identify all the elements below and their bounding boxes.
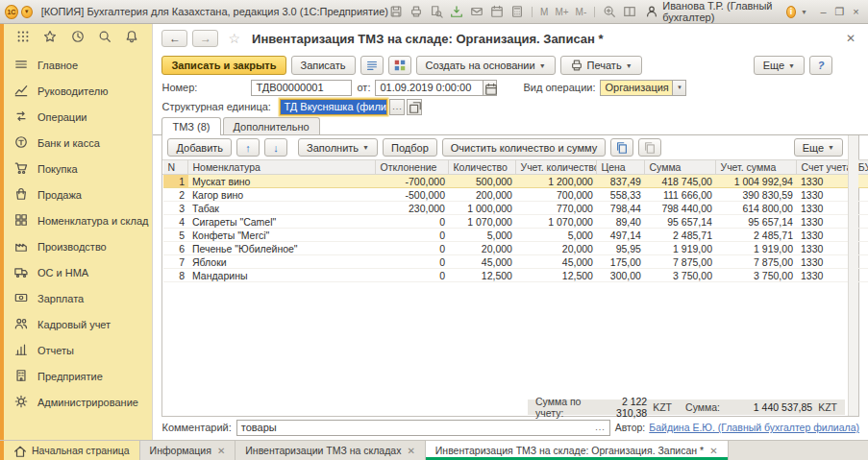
dtkt-button[interactable] <box>388 56 411 75</box>
chevron-down-icon[interactable]: ▼ <box>672 80 686 96</box>
cell-price[interactable]: 497,14 <box>597 229 645 242</box>
titlebar-caret-icon[interactable]: ▼ <box>801 9 807 15</box>
cell-n[interactable]: 6 <box>163 242 188 255</box>
cell-name[interactable]: Яблоки <box>188 255 376 269</box>
cell-acc_qty[interactable]: 45,000 <box>516 255 597 269</box>
history-clock-icon[interactable] <box>71 30 86 44</box>
cell-acc_qty[interactable]: 1 200,000 <box>516 175 597 188</box>
apps-grid-icon[interactable] <box>16 30 31 44</box>
import-icon[interactable] <box>449 5 464 18</box>
calendar-icon[interactable] <box>483 80 497 96</box>
cell-price[interactable]: 837,49 <box>597 175 645 188</box>
cell-acc_qty[interactable]: 1 070,000 <box>516 215 597 229</box>
cell-n[interactable]: 4 <box>163 215 188 229</box>
sidebar-item-nomenklatura-i-sklad[interactable]: Номенклатура и склад <box>4 207 152 233</box>
cell-acc_sum[interactable]: 390 830,59 <box>716 188 797 202</box>
forward-button[interactable]: → <box>192 30 218 47</box>
col-n[interactable]: N <box>163 160 188 175</box>
copy-rows-button[interactable] <box>610 138 633 157</box>
print-button[interactable]: Печать▼ <box>560 56 642 75</box>
sidebar-item-otchety[interactable]: Отчеты <box>4 337 152 363</box>
favorites-star-icon[interactable] <box>43 30 58 44</box>
app-menu-button[interactable]: ▼ <box>21 6 33 18</box>
table-scrollbar[interactable] <box>848 135 858 416</box>
sidebar-item-operacii[interactable]: Операции <box>4 104 152 130</box>
cell-acc_sum[interactable]: 3 750,00 <box>716 269 797 282</box>
zoom-icon[interactable] <box>602 5 617 18</box>
cell-qty[interactable]: 5,000 <box>449 229 516 242</box>
cell-n[interactable]: 1 <box>163 175 188 188</box>
cell-acc_sum[interactable]: 7 875,00 <box>716 255 797 269</box>
export-icon[interactable] <box>469 5 484 18</box>
col-nomenclature[interactable]: Номенклатура <box>188 160 376 175</box>
cell-acc_sum[interactable]: 1 919,00 <box>716 242 797 255</box>
cell-acc_qty[interactable]: 5,000 <box>516 229 597 242</box>
cell-deviation[interactable]: -700,000 <box>376 175 449 188</box>
table-row[interactable]: 6Печенье "Юбилейное"020,00020,00095,951 … <box>163 242 868 255</box>
sidebar-item-bank-i-kassa[interactable]: Банк и касса <box>4 130 152 156</box>
cell-n[interactable]: 8 <box>163 269 188 282</box>
cell-name[interactable]: Табак <box>188 202 376 215</box>
favorite-star-icon[interactable]: ☆ <box>228 31 240 46</box>
cell-sum[interactable]: 1 919,00 <box>645 242 716 255</box>
sidebar-item-zarplata[interactable]: Зарплата <box>4 285 152 311</box>
cell-name[interactable]: Сигареты "Camel" <box>188 215 376 229</box>
sidebar-item-administrirovanie[interactable]: Администрирование <box>4 389 152 415</box>
comment-field[interactable]: товары ... <box>236 420 610 436</box>
sidebar-item-predpriyatie[interactable]: Предприятие <box>4 363 152 389</box>
memory-button-m+[interactable]: M+ <box>554 7 569 17</box>
structural-unit-field[interactable]: ТД Вкусняшка (филиал "ТД Лакоми <box>280 99 387 115</box>
cell-sum[interactable]: 111 666,00 <box>645 188 716 202</box>
cell-price[interactable]: 95,95 <box>597 242 645 255</box>
print-icon[interactable] <box>409 5 424 18</box>
form-close-icon[interactable]: ✕ <box>842 32 859 45</box>
cell-price[interactable]: 89,40 <box>597 215 645 229</box>
cell-sum[interactable]: 3 750,00 <box>645 269 716 282</box>
col-deviation[interactable]: Отклонение <box>376 160 449 175</box>
cell-qty[interactable]: 1 000,000 <box>449 202 516 215</box>
date-field[interactable]: 01.09.2019 0:00:00 <box>375 80 497 96</box>
col-quantity[interactable]: Количество <box>449 160 516 175</box>
cell-deviation[interactable]: 0 <box>376 255 449 269</box>
table-row[interactable]: 2Кагор вино-500,000200,000700,000558,331… <box>163 188 868 202</box>
fill-button[interactable]: Заполнить▼ <box>298 138 378 157</box>
memory-button-m-[interactable]: M- <box>575 7 588 17</box>
show-register-button[interactable] <box>360 56 384 75</box>
taskbar-tab-2[interactable]: Инвентаризации ТМЗ на складах✕ <box>236 441 426 460</box>
cell-n[interactable]: 2 <box>163 188 188 202</box>
add-row-button[interactable]: Добавить <box>167 138 232 157</box>
taskbar-tab-3[interactable]: Инвентаризация ТМЗ на складе: Организаци… <box>426 441 729 460</box>
cell-price[interactable]: 300,00 <box>597 269 645 282</box>
unit-choose-button[interactable]: ... <box>389 99 405 115</box>
sidebar-item-proizvodstvo[interactable]: Производство <box>4 233 152 259</box>
author-link[interactable]: Байдина Е.Ю. (Главный бухгалтер филиала) <box>649 422 859 433</box>
sidebar-item-rukovoditelyu[interactable]: Руководителю <box>4 78 152 104</box>
memory-button-m[interactable]: M <box>539 7 549 17</box>
cell-qty[interactable]: 12,500 <box>449 269 516 282</box>
cell-qty[interactable]: 200,000 <box>449 188 516 202</box>
cell-qty[interactable]: 45,000 <box>449 255 516 269</box>
taskbar-tab-0[interactable]: Начальная страница <box>0 441 140 460</box>
more-button[interactable]: Еще▼ <box>754 56 805 75</box>
save-and-close-button[interactable]: Записать и закрыть <box>161 56 285 75</box>
sidebar-item-kadrovyj-uchet[interactable]: Кадровый учет <box>4 311 152 337</box>
table-row[interactable]: 3Табак230,0001 000,000770,000798,44798 4… <box>163 202 868 215</box>
cell-acc_qty[interactable]: 700,000 <box>516 188 597 202</box>
sidebar-item-prodazha[interactable]: Продажа <box>4 182 152 207</box>
sidebar-item-pokupka[interactable]: Покупка <box>4 156 152 182</box>
cell-acc_sum[interactable]: 1 004 992,94 <box>716 175 797 188</box>
col-price[interactable]: Цена <box>597 160 645 175</box>
cell-deviation[interactable]: -500,000 <box>376 188 449 202</box>
cell-acc_sum[interactable]: 2 485,71 <box>716 229 797 242</box>
help-button[interactable]: ? <box>809 56 832 75</box>
restore-button[interactable]: ❐ <box>832 6 847 18</box>
close-tab-icon[interactable]: ✕ <box>709 446 717 456</box>
number-field[interactable]: ТДВ00000001 <box>251 80 352 96</box>
cell-price[interactable]: 558,33 <box>597 188 645 202</box>
paste-rows-button[interactable] <box>638 138 661 157</box>
cell-acc_sum[interactable]: 614 800,00 <box>716 202 797 215</box>
close-tab-icon[interactable]: ✕ <box>217 446 225 456</box>
clear-qty-sum-button[interactable]: Очистить количество и сумму <box>442 138 606 157</box>
taskbar-tab-1[interactable]: Информация✕ <box>140 441 236 460</box>
save-icon[interactable] <box>388 5 404 18</box>
